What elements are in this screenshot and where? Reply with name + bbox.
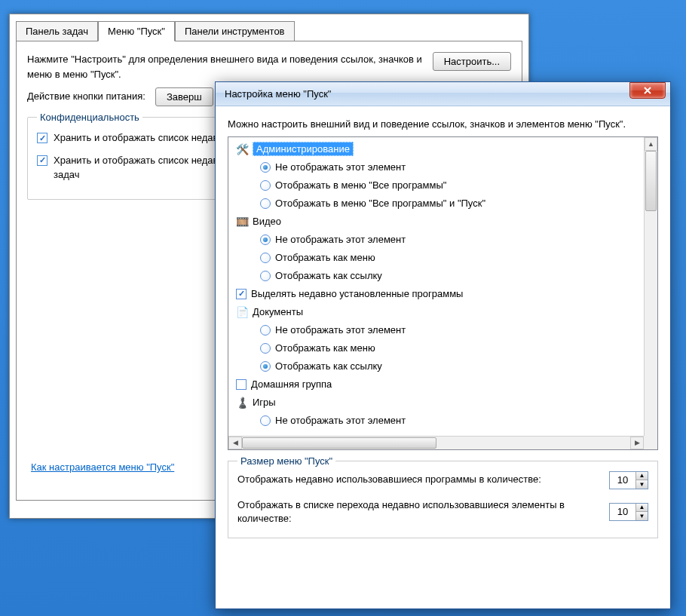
- close-icon: [643, 87, 652, 94]
- radio-icon[interactable]: [260, 361, 271, 372]
- option-label: Отображать как меню: [275, 252, 375, 263]
- spinner-up[interactable]: ▲: [635, 472, 648, 481]
- option-label: Отображать как меню: [275, 342, 375, 354]
- option-label: Не отображать этот элемент: [275, 415, 406, 426]
- checkbox-icon[interactable]: [236, 379, 247, 390]
- tree-group-games-label: Игры: [253, 397, 276, 408]
- scroll-left-arrow[interactable]: ◀: [228, 437, 242, 449]
- tree-group-admin-label: Администрирование: [253, 142, 354, 156]
- power-action-dropdown[interactable]: Заверш: [155, 87, 213, 106]
- vertical-scrollbar[interactable]: ▲ ▼: [644, 137, 657, 449]
- option-label: Отображать как ссылку: [275, 270, 382, 281]
- option-label: Не отображать этот элемент: [275, 161, 406, 173]
- dialog-title: Настройка меню "Пуск": [225, 88, 331, 100]
- recent-programs-spinner[interactable]: 10 ▲ ▼: [609, 471, 648, 489]
- scroll-right-arrow[interactable]: ▶: [630, 437, 644, 449]
- tree-group-documents-label: Документы: [253, 306, 303, 317]
- titlebar: Настройка меню "Пуск": [216, 82, 670, 106]
- radio-icon[interactable]: [260, 343, 271, 354]
- admin-option-hide[interactable]: Не отображать этот элемент: [230, 158, 642, 176]
- dialog-body: Можно настроить внешний вид и поведение …: [216, 106, 670, 549]
- jumplist-items-spinner[interactable]: 10 ▲ ▼: [609, 503, 648, 521]
- docs-option-link[interactable]: Отображать как ссылку: [230, 357, 642, 375]
- option-label: Отображать в меню "Все программы": [275, 179, 446, 191]
- tab-strip: Панель задач Меню "Пуск" Панели инструме…: [10, 14, 528, 41]
- option-label: Выделять недавно установленные программы: [251, 288, 463, 299]
- tree-group-admin[interactable]: 🛠️ Администрирование: [230, 140, 642, 158]
- help-link[interactable]: Как настраивается меню "Пуск": [31, 461, 174, 473]
- tree-group-video-label: Видео: [253, 216, 281, 227]
- spinner-down[interactable]: ▼: [635, 480, 648, 489]
- radio-icon[interactable]: [260, 271, 271, 281]
- scroll-track[interactable]: [645, 151, 657, 436]
- tab-start-menu[interactable]: Меню "Пуск": [98, 21, 175, 41]
- docs-option-hide[interactable]: Не отображать этот элемент: [230, 321, 642, 339]
- customize-button[interactable]: Настроить...: [433, 52, 511, 71]
- option-label: Отображать как ссылку: [275, 360, 382, 372]
- radio-icon[interactable]: [260, 325, 271, 336]
- size-group-title: Размер меню "Пуск": [237, 455, 335, 467]
- close-button[interactable]: [629, 82, 666, 99]
- video-option-link[interactable]: Отображать как ссылку: [230, 267, 642, 285]
- tree-homegroup-label: Домашняя группа: [251, 378, 332, 390]
- radio-icon[interactable]: [260, 253, 271, 263]
- horizontal-scrollbar[interactable]: ◀ ▶: [228, 436, 644, 449]
- tree-group-documents[interactable]: 📄 Документы: [230, 303, 642, 321]
- tree-highlight-new[interactable]: ✓ Выделять недавно установленные програм…: [230, 285, 642, 303]
- options-tree: 🛠️ Администрирование Не отображать этот …: [228, 136, 658, 450]
- scroll-thumb[interactable]: [645, 151, 657, 211]
- games-icon: ♟️: [236, 397, 248, 409]
- scrollbar-corner: [644, 436, 657, 449]
- radio-icon[interactable]: [260, 198, 271, 209]
- hscroll-thumb[interactable]: [242, 437, 436, 449]
- spinner-down[interactable]: ▼: [635, 512, 648, 520]
- option-label: Отображать в меню "Все программы" и "Пус…: [275, 198, 485, 209]
- power-action-label: Действие кнопки питания:: [27, 90, 148, 103]
- option-label: Не отображать этот элемент: [275, 234, 406, 245]
- video-icon: 🎞️: [236, 216, 248, 228]
- customize-start-menu-dialog: Настройка меню "Пуск" Можно настроить вн…: [215, 81, 671, 609]
- checkbox-icon[interactable]: ✓: [236, 289, 247, 299]
- start-menu-size-group: Размер меню "Пуск" Отображать недавно ис…: [228, 461, 658, 538]
- radio-icon[interactable]: [260, 162, 271, 173]
- tree-inner[interactable]: 🛠️ Администрирование Не отображать этот …: [228, 137, 644, 449]
- admin-option-all-programs[interactable]: Отображать в меню "Все программы": [230, 176, 642, 195]
- radio-icon[interactable]: [260, 415, 271, 426]
- scroll-up-arrow[interactable]: ▲: [645, 137, 657, 151]
- option-label: Не отображать этот элемент: [275, 324, 406, 336]
- customize-description: Нажмите "Настроить" для определения внеш…: [27, 52, 425, 81]
- games-option-hide[interactable]: Не отображать этот элемент: [230, 412, 642, 430]
- video-option-menu[interactable]: Отображать как меню: [230, 249, 642, 267]
- tab-toolbars[interactable]: Панели инструментов: [175, 21, 295, 41]
- tree-group-games[interactable]: ♟️ Игры: [230, 394, 642, 412]
- tab-taskbar[interactable]: Панель задач: [16, 21, 98, 41]
- admin-icon: 🛠️: [236, 143, 248, 155]
- hscroll-track[interactable]: [242, 437, 630, 449]
- intro-text: Можно настроить внешний вид и поведение …: [228, 117, 658, 132]
- admin-option-all-and-start[interactable]: Отображать в меню "Все программы" и "Пус…: [230, 195, 642, 213]
- documents-icon: 📄: [236, 306, 248, 318]
- privacy-programs-checkbox[interactable]: ✓: [37, 133, 47, 143]
- tree-group-video[interactable]: 🎞️ Видео: [230, 213, 642, 231]
- privacy-title: Конфиденциальность: [37, 112, 142, 123]
- jumplist-items-label: Отображать в списке перехода недавно исп…: [237, 498, 600, 526]
- radio-icon[interactable]: [260, 234, 271, 245]
- recent-programs-value[interactable]: 10: [610, 472, 635, 489]
- jumplist-items-value[interactable]: 10: [610, 504, 635, 520]
- radio-icon[interactable]: [260, 180, 271, 191]
- spinner-up[interactable]: ▲: [635, 504, 648, 513]
- video-option-hide[interactable]: Не отображать этот элемент: [230, 231, 642, 249]
- docs-option-menu[interactable]: Отображать как меню: [230, 339, 642, 357]
- recent-programs-label: Отображать недавно использовавшиеся прог…: [237, 473, 600, 486]
- tree-homegroup[interactable]: Домашняя группа: [230, 375, 642, 394]
- privacy-items-checkbox[interactable]: ✓: [37, 155, 47, 166]
